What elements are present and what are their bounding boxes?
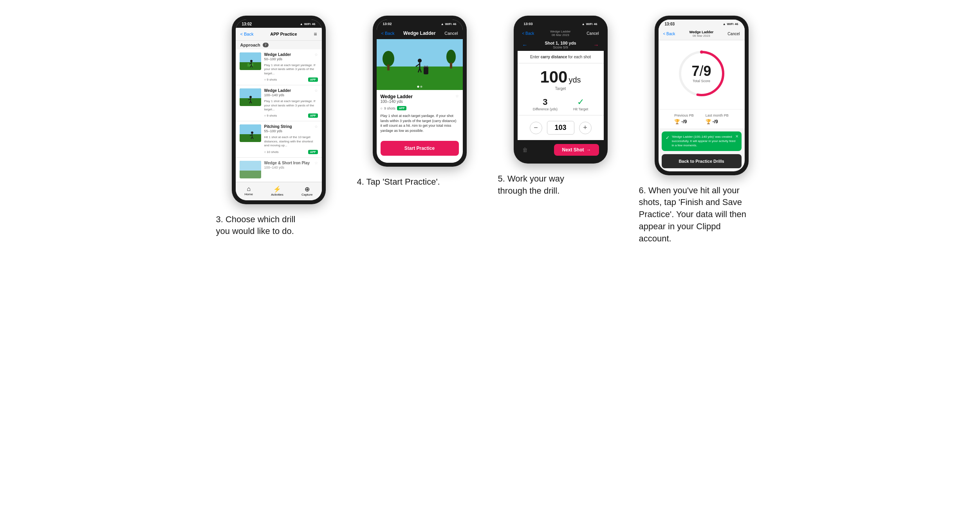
app-badge-2: APP (308, 113, 318, 118)
svg-rect-27 (387, 65, 390, 70)
app-badge-1: APP (308, 77, 318, 82)
score-circle: 7/9 Total Score (676, 48, 727, 99)
svg-point-10 (249, 96, 252, 98)
drill-nav-date-4: 06 Mar 2023 (689, 34, 713, 38)
next-shot-button[interactable]: Next Shot → (554, 144, 599, 156)
drill-detail-title-2: Wedge Ladder (381, 94, 413, 99)
trophy-icon-1: 🏆 (674, 119, 680, 124)
shot-nav-3: ← Shot 1, 100 yds Score 5/9 → (518, 39, 604, 51)
back-button-4[interactable]: < Back (663, 32, 675, 36)
nav-bar-2: < Back Wedge Ladder Cancel (377, 27, 463, 39)
star-icon-3[interactable]: ☆ (314, 124, 318, 129)
drill-thumb-1 (240, 52, 261, 70)
time-2: 13:02 (383, 22, 392, 26)
score-display-3: Score 5/9 (545, 45, 576, 49)
start-practice-button[interactable]: Start Practice (381, 141, 459, 156)
score-center: 7/9 Total Score (691, 64, 711, 83)
drill-item-2[interactable]: Wedge Ladder 100–140 yds ☆ Play 1 shot a… (236, 85, 322, 121)
decrement-button[interactable]: − (530, 122, 542, 134)
drill-range-1: 50–100 yds (264, 57, 291, 61)
time-3: 13:03 (524, 22, 533, 26)
home-icon: ⌂ (245, 185, 253, 192)
score-subtitle: Total Score (691, 79, 711, 83)
back-button-2[interactable]: < Back (381, 31, 395, 36)
detail-app-badge: APP (397, 106, 406, 110)
stat-hit-target: ✓ Hit Target (573, 97, 588, 111)
drill-nav-title-4: Wedge Ladder (689, 30, 713, 34)
svg-rect-23 (240, 171, 261, 178)
shots-count-2: ○ 9 shots (264, 114, 277, 117)
nav-capture[interactable]: ⊕ Capture (301, 185, 312, 196)
nav-activities[interactable]: ⚡ Activities (271, 185, 283, 196)
caption-4: 6. When you've hit all your shots, tap '… (639, 185, 749, 245)
drill-item-3[interactable]: Pitching String 55–100 yds ☆ Hit 1 shot … (236, 121, 322, 157)
drill-title-2: Wedge Ladder (264, 88, 291, 93)
app-badge-3: APP (308, 150, 318, 154)
shot-info-3: Shot 1, 100 yds Score 5/9 (545, 41, 576, 49)
drill-info-2: Wedge Ladder 100–140 yds ☆ Play 1 shot a… (264, 88, 318, 118)
star-icon-1[interactable]: ☆ (314, 52, 318, 57)
drill-meta-3: ○ 10 shots APP (264, 150, 318, 154)
hit-value: ✓ (573, 97, 588, 107)
status-icons-4: ▲ WiFi 46 (723, 22, 738, 26)
drill-meta-1: ○ 9 shots APP (264, 77, 318, 82)
drill-detail-header-2: Wedge Ladder 100–140 yds ☆ (381, 94, 459, 105)
star-icon-detail[interactable]: ☆ (455, 94, 459, 98)
caption-1: 3. Choose which drill you would like to … (216, 214, 302, 238)
next-shot-arrow[interactable]: → (594, 42, 599, 48)
drill-detail-content-2: Wedge Ladder 100–140 yds ☆ ○ 9 shots APP… (377, 90, 463, 137)
increment-button[interactable]: + (579, 122, 592, 134)
phone-screen-4: 13:03 ▲ WiFi 46 < Back Wedge Ladder 06 M… (659, 20, 745, 171)
trash-icon[interactable]: 🗑 (522, 147, 528, 153)
shots-count-3: ○ 10 shots (264, 150, 279, 154)
phone-wrapper-1: 13:02 ▲ WiFi 46 < Back APP Practice ≡ (232, 16, 326, 204)
phone-screen-1: 13:02 ▲ WiFi 46 < Back APP Practice ≡ (236, 20, 322, 200)
distance-input[interactable]: 103 (547, 121, 574, 135)
back-button-3[interactable]: < Back (522, 31, 534, 36)
drill-title-3: Pitching String (264, 124, 292, 129)
check-icon: ✓ (666, 135, 670, 141)
drill-title-1: Wedge Ladder (264, 52, 291, 57)
section-header-1: Approach 7 (236, 41, 322, 49)
phone-screen-2: 13:02 ▲ WiFi 46 < Back Wedge Ladder Canc… (377, 20, 463, 163)
nav-title-2: Wedge Ladder (403, 31, 435, 36)
prev-shot-arrow[interactable]: ← (522, 42, 528, 48)
toast-close-icon[interactable]: ✕ (735, 134, 738, 139)
phone-frame-2: 13:02 ▲ WiFi 46 < Back Wedge Ladder Canc… (373, 16, 467, 167)
capture-label: Capture (301, 193, 312, 196)
nav-title-1: APP Practice (270, 32, 297, 36)
drill-image-2 (377, 39, 463, 90)
drill-range-2: 100–140 yds (264, 93, 291, 97)
drill-range-3: 55–100 yds (264, 129, 292, 133)
hit-label: Hit Target (573, 107, 588, 111)
drill-item-1[interactable]: Wedge Ladder 50–100 yds ☆ Play 1 shot at… (236, 49, 322, 85)
menu-icon-1[interactable]: ≡ (314, 31, 317, 37)
phone-section-4: 13:03 ▲ WiFi 46 < Back Wedge Ladder 06 M… (639, 16, 764, 245)
drill-date-3: 06 Mar 2023 (550, 33, 570, 37)
cancel-button-4[interactable]: Cancel (727, 32, 740, 36)
pb-row: Previous PB 🏆 -/9 Last month PB 🏆 -/9 (659, 109, 745, 128)
time-4: 13:03 (665, 22, 675, 26)
last-month-pb: Last month PB 🏆 -/9 (706, 113, 729, 124)
target-label-3: Target (522, 86, 600, 91)
back-to-drills-button[interactable]: Back to Practice Drills (662, 154, 742, 168)
prev-pb-value: 🏆 -/9 (674, 119, 694, 124)
drill-item-4[interactable]: Wedge & Short Iron Play 100–140 yds ☆ (236, 158, 322, 182)
nav-home[interactable]: ⌂ Home (245, 185, 253, 196)
cancel-button-3[interactable]: Cancel (587, 31, 599, 36)
cancel-button-2[interactable]: Cancel (444, 31, 458, 36)
activities-icon: ⚡ (271, 185, 283, 193)
status-icons-3: ▲ WiFi 46 (582, 22, 597, 26)
phone-section-1: 13:02 ▲ WiFi 46 < Back APP Practice ≡ (216, 16, 341, 237)
drill-detail-shots-2: ○ 9 shots APP (381, 106, 459, 110)
back-button-1[interactable]: < Back (240, 32, 254, 36)
star-icon-4[interactable]: ☆ (314, 161, 318, 165)
svg-point-17 (251, 131, 253, 134)
last-pb-label: Last month PB (706, 113, 729, 117)
dot-1 (417, 86, 419, 88)
drill-title-4: Wedge & Short Iron Play (264, 161, 310, 165)
capture-icon: ⊕ (301, 185, 312, 193)
star-icon-2[interactable]: ☆ (314, 88, 318, 93)
drill-info-3: Pitching String 55–100 yds ☆ Hit 1 shot … (264, 124, 318, 154)
status-icons-1: ▲ WiFi 46 (300, 22, 316, 26)
